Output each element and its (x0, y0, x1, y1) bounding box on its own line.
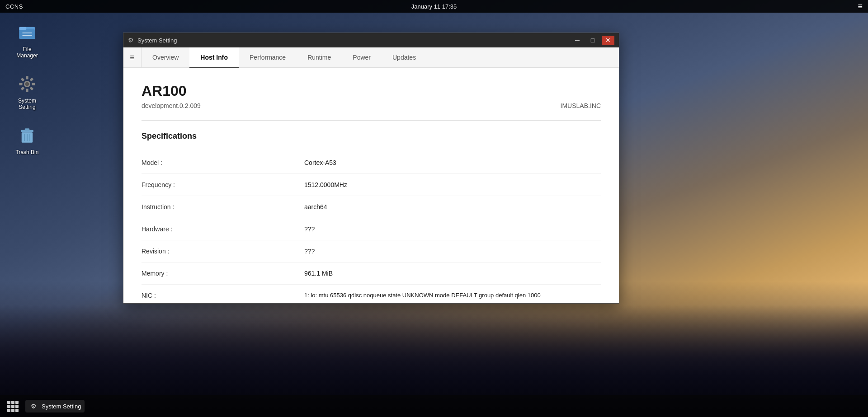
desktop-icon-file-manager[interactable]: FileManager (9, 18, 45, 62)
tab-overview[interactable]: Overview (142, 47, 189, 68)
svg-rect-8 (30, 78, 34, 82)
svg-rect-7 (26, 76, 28, 80)
spec-row-model: Model : Cortex-A53 (142, 152, 601, 174)
spec-row-hardware: Hardware : ??? (142, 218, 601, 240)
grid-dot (15, 405, 19, 408)
close-button[interactable]: ✕ (602, 36, 614, 45)
spec-label-instruction: Instruction : (142, 203, 304, 211)
window-tabs: ≡ Overview Host Info Performance Runtime… (123, 47, 619, 68)
window-title: System Setting (137, 37, 567, 44)
spec-value-instruction: aarch64 (304, 203, 601, 211)
desktop-icon-system-setting[interactable]: SystemSetting (9, 70, 45, 114)
spec-row-memory: Memory : 961.1 MiB (142, 262, 601, 285)
spec-label-model: Model : (142, 159, 304, 166)
spec-value-revision: ??? (304, 248, 601, 255)
taskbar-bottom: ⚙ System Setting (0, 395, 868, 417)
taskbar-gear-icon: ⚙ (29, 402, 38, 411)
app-grid-button[interactable] (5, 399, 20, 413)
spec-value-nic: 1: lo: mtu 65536 qdisc noqueue state UNK… (304, 292, 601, 299)
grid-dot (7, 405, 10, 408)
svg-rect-2 (19, 27, 27, 30)
tab-power[interactable]: Power (342, 47, 382, 68)
window-content[interactable]: AR100 development.0.2.009 IMUSLAB.INC Sp… (123, 68, 619, 303)
grid-icon (7, 401, 19, 412)
taskbar-app-label: System Setting (42, 403, 81, 410)
spec-value-memory: 961.1 MiB (304, 270, 601, 277)
svg-point-6 (25, 82, 29, 86)
svg-rect-9 (32, 83, 35, 85)
system-setting-icon (18, 75, 37, 94)
host-model: AR100 (142, 83, 201, 99)
grid-dot (11, 405, 14, 408)
grid-dot (7, 401, 10, 404)
spec-row-revision: Revision : ??? (142, 240, 601, 262)
window-title-icon: ⚙ (128, 37, 134, 44)
host-version: development.0.2.009 (142, 102, 201, 109)
spec-row-instruction: Instruction : aarch64 (142, 196, 601, 218)
grid-dot (7, 409, 10, 412)
file-manager-icon (18, 23, 37, 42)
spec-value-hardware: ??? (304, 225, 601, 233)
tab-performance[interactable]: Performance (239, 47, 297, 68)
system-setting-icon-img (16, 73, 38, 95)
host-company: IMUSLAB.INC (561, 102, 601, 109)
system-setting-window: ⚙ System Setting ─ □ ✕ ≡ Overview Host I… (123, 33, 619, 304)
svg-rect-16 (25, 128, 30, 131)
spec-value-model: Cortex-A53 (304, 159, 601, 166)
tab-updates[interactable]: Updates (382, 47, 427, 68)
svg-rect-11 (26, 89, 28, 92)
spec-label-memory: Memory : (142, 270, 304, 277)
spec-row-frequency: Frequency : 1512.0000MHz (142, 174, 601, 196)
system-setting-label: SystemSetting (18, 98, 36, 110)
desktop-icon-trash-bin[interactable]: Trash Bin (9, 121, 45, 159)
file-manager-label: FileManager (16, 46, 38, 59)
trash-bin-label: Trash Bin (16, 149, 39, 155)
svg-rect-10 (30, 87, 34, 91)
spec-value-frequency: 1512.0000MHz (304, 181, 601, 188)
specs-title: Specifications (142, 131, 601, 141)
minimize-button[interactable]: ─ (571, 36, 584, 45)
svg-rect-12 (21, 87, 25, 91)
spec-label-nic: NIC : (142, 292, 304, 299)
desktop-icons: FileManager SystemSetting (9, 18, 45, 159)
grid-dot (11, 401, 14, 404)
window-controls: ─ □ ✕ (571, 36, 614, 45)
taskbar-top: CCNS January 11 17:35 ≡ (0, 0, 868, 13)
tab-menu-button[interactable]: ≡ (123, 47, 142, 67)
tab-host-info[interactable]: Host Info (189, 47, 239, 68)
svg-rect-14 (21, 78, 25, 82)
datetime-display: January 11 17:35 (411, 3, 457, 10)
top-menu-button[interactable]: ≡ (858, 2, 863, 11)
spec-row-nic: NIC : 1: lo: mtu 65536 qdisc noqueue sta… (142, 285, 601, 303)
grid-dot (15, 409, 19, 412)
tab-runtime[interactable]: Runtime (297, 47, 342, 68)
spec-label-frequency: Frequency : (142, 181, 304, 188)
svg-rect-13 (19, 83, 23, 85)
spec-label-revision: Revision : (142, 248, 304, 255)
grid-dot (11, 409, 14, 412)
svg-rect-1 (19, 29, 35, 39)
host-info-left: AR100 development.0.2.009 (142, 83, 201, 109)
grid-dot (15, 401, 19, 404)
window-titlebar: ⚙ System Setting ─ □ ✕ (123, 33, 619, 47)
maximize-button[interactable]: □ (586, 36, 599, 45)
taskbar-system-setting[interactable]: ⚙ System Setting (25, 400, 85, 412)
host-header: AR100 development.0.2.009 IMUSLAB.INC (142, 83, 601, 121)
trash-bin-icon-img (16, 125, 38, 146)
file-manager-icon-img (16, 22, 38, 43)
app-name: CCNS (5, 3, 23, 10)
specs-section: Specifications Model : Cortex-A53 Freque… (142, 131, 601, 303)
trash-bin-icon (18, 126, 37, 145)
spec-label-hardware: Hardware : (142, 225, 304, 233)
